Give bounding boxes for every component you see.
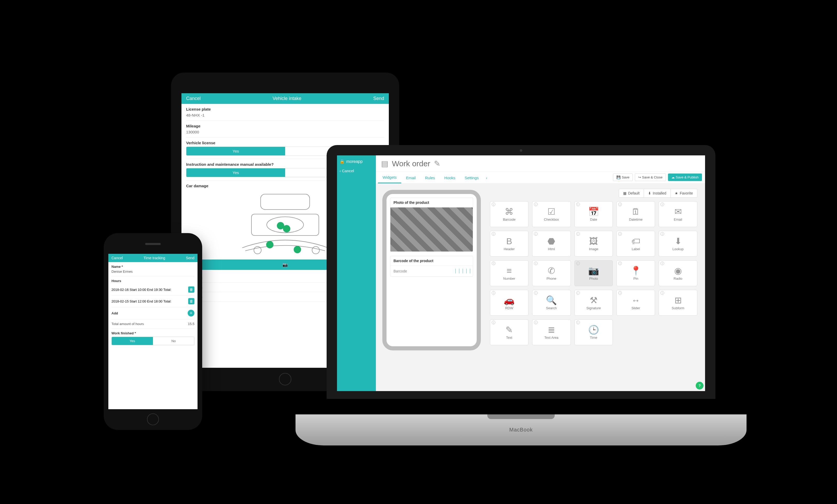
info-icon[interactable]: i <box>534 321 538 324</box>
preview-photo-image <box>390 207 473 251</box>
hours-entry-1[interactable]: 2018-02-16 Start 10:00 End 19:30 Total: … <box>111 284 194 296</box>
delete-entry-2[interactable]: 🗑 <box>188 298 194 304</box>
work-finished-label: Work finished * <box>111 331 194 335</box>
info-icon[interactable]: i <box>492 321 495 324</box>
info-icon[interactable]: i <box>576 232 580 236</box>
download-icon: ⬇ <box>648 191 651 195</box>
info-icon[interactable]: i <box>618 262 622 265</box>
add-button[interactable]: + <box>188 310 194 317</box>
preview-photo-card[interactable]: Photo of the product <box>390 198 473 252</box>
widget-header[interactable]: iBHeader <box>490 231 529 257</box>
brand-logo[interactable]: 🔒 moreapp <box>340 159 363 164</box>
tab-scroll-left[interactable]: ‹ <box>483 172 490 183</box>
info-icon[interactable]: i <box>660 262 664 265</box>
widget-image[interactable]: i🖼Image <box>574 231 613 257</box>
widget-slider[interactable]: i↔Slider <box>617 290 655 316</box>
info-icon[interactable]: i <box>534 291 538 295</box>
info-icon[interactable]: i <box>576 321 580 324</box>
widget-label: Label <box>632 247 640 251</box>
info-icon[interactable]: i <box>660 203 664 206</box>
widget-time[interactable]: i🕒Time <box>574 319 613 345</box>
widget-lookup[interactable]: i⬇Lookup <box>659 231 697 257</box>
save-publish-button[interactable]: ☁Save & Publish <box>668 173 702 181</box>
add-hours-row[interactable]: Add + <box>111 307 194 319</box>
preview-barcode-card[interactable]: Barcode of the product Barcode ⎹⎹⎹⎹⎹ <box>390 256 473 277</box>
add-label: Add <box>111 311 118 315</box>
plus-icon: + <box>190 311 193 316</box>
send-button[interactable]: Send <box>186 256 194 260</box>
phone-body: Name * Denise Ermes Hours 2018-02-16 Sta… <box>108 262 197 409</box>
help-fab[interactable]: ? <box>696 382 704 390</box>
delete-entry-1[interactable]: 🗑 <box>188 286 194 293</box>
edit-icon[interactable]: ✎ <box>434 159 440 168</box>
save-button[interactable]: 💾Save <box>613 173 633 181</box>
laptop-brand-label: MacBook <box>509 427 533 433</box>
name-field[interactable]: Name * Denise Ermes <box>111 262 194 276</box>
tab-settings[interactable]: Settings <box>460 172 483 183</box>
license-plate-field[interactable]: License plate 48-NHX -1 <box>186 104 384 121</box>
cancel-button[interactable]: Cancel <box>111 256 123 260</box>
phone-topbar: Cancel Time tracking Send <box>108 254 197 262</box>
widget-label[interactable]: i🏷Label <box>617 231 655 257</box>
widget-pin[interactable]: i📍Pin <box>617 260 655 286</box>
work-finished-segmented[interactable]: Yes No <box>111 337 194 345</box>
widget-label: Checkbox <box>544 218 559 221</box>
palette-tab-default[interactable]: ▦Default <box>619 189 644 198</box>
info-icon[interactable]: i <box>492 203 495 206</box>
widget-text[interactable]: i✎Text <box>490 319 529 345</box>
info-icon[interactable]: i <box>576 203 580 206</box>
tab-rules[interactable]: Rules <box>421 172 440 183</box>
info-icon[interactable]: i <box>660 291 664 295</box>
widget-number[interactable]: i≡Number <box>490 260 529 286</box>
radio-icon: ◉ <box>674 266 682 275</box>
info-icon[interactable]: i <box>492 262 495 265</box>
widget-label: Time <box>590 336 597 339</box>
send-button[interactable]: Send <box>373 96 384 101</box>
widget-subform[interactable]: i⊞Subform <box>659 290 697 316</box>
segment-no[interactable]: No <box>153 337 194 345</box>
tab-widgets[interactable]: Widgets <box>378 172 401 183</box>
info-icon[interactable]: i <box>618 232 622 236</box>
info-icon[interactable]: i <box>618 203 622 206</box>
info-icon[interactable]: i <box>576 262 580 265</box>
widget-date[interactable]: i📅Date <box>574 201 613 227</box>
tablet-home-button[interactable] <box>279 373 291 385</box>
palette-tab-installed[interactable]: ⬇Installed <box>644 189 671 198</box>
page-title: Work order <box>392 159 430 168</box>
widget-photo[interactable]: i📷Photo <box>574 260 613 286</box>
cancel-button[interactable]: Cancel <box>186 96 201 101</box>
widget-email[interactable]: i✉Email <box>659 201 697 227</box>
info-icon[interactable]: i <box>660 232 664 236</box>
widget-search[interactable]: i🔍Search <box>532 290 571 316</box>
widget-html[interactable]: i⬣Html <box>532 231 571 257</box>
tab-hooks[interactable]: Hooks <box>440 172 460 183</box>
widget-textarea[interactable]: i≣Text Area <box>532 319 571 345</box>
widget-barcode[interactable]: i⌘Barcode <box>490 201 529 227</box>
segment-yes[interactable]: Yes <box>186 168 285 177</box>
hours-entry-2[interactable]: 2018-02-15 Start 12:00 End 18:00 Total: … <box>111 296 194 307</box>
info-icon[interactable]: i <box>534 262 538 265</box>
info-icon[interactable]: i <box>534 203 538 206</box>
preview-barcode-row[interactable]: Barcode ⎹⎹⎹⎹⎹ <box>390 266 473 276</box>
info-icon[interactable]: i <box>492 232 495 236</box>
tab-email[interactable]: Email <box>401 172 421 183</box>
save-close-button[interactable]: ↪Save & Close <box>635 173 666 181</box>
widget-phone[interactable]: i✆Phone <box>532 260 571 286</box>
cancel-button[interactable]: ‹ Cancel <box>340 169 354 173</box>
palette-tab-favorite[interactable]: ★Favorite <box>671 189 697 198</box>
info-icon[interactable]: i <box>492 291 495 295</box>
tab-bar: Widgets Email Rules Hooks Settings ‹ 💾Sa… <box>376 172 705 184</box>
info-icon[interactable]: i <box>534 232 538 236</box>
widget-rdw[interactable]: i🚗RDW <box>490 290 529 316</box>
phone-home-button[interactable] <box>147 413 159 425</box>
star-icon: ★ <box>675 191 678 195</box>
info-icon[interactable]: i <box>618 291 622 295</box>
mileage-field[interactable]: Mileage 130000 <box>186 121 384 137</box>
widget-checkbox[interactable]: i☑Checkbox <box>532 201 571 227</box>
widget-radio[interactable]: i◉Radio <box>659 260 697 286</box>
widget-signature[interactable]: i⚒Signature <box>574 290 613 316</box>
segment-yes[interactable]: Yes <box>112 337 153 345</box>
segment-yes[interactable]: Yes <box>186 147 285 155</box>
widget-datetime[interactable]: i🗓Datetime <box>617 201 655 227</box>
info-icon[interactable]: i <box>576 291 580 295</box>
